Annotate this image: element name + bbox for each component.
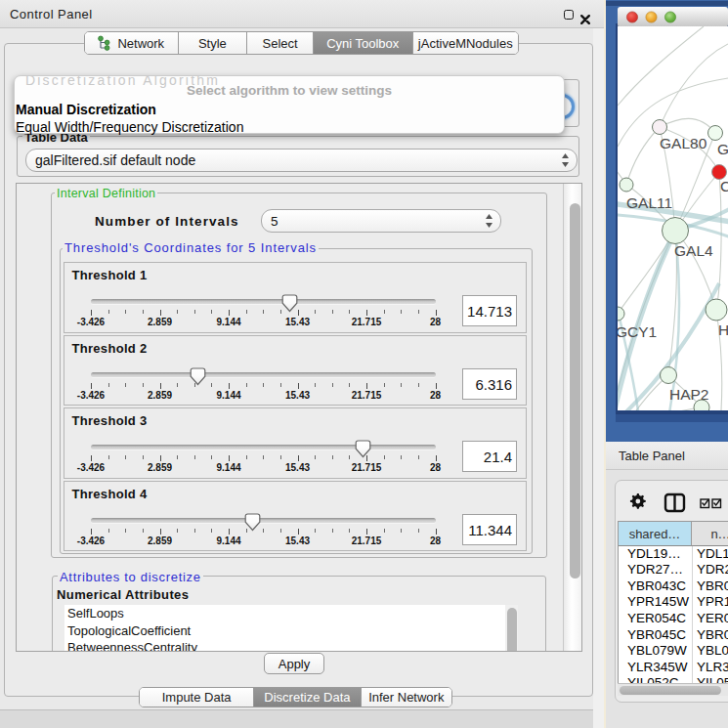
svg-text:GAL11: GAL11 (626, 194, 672, 211)
svg-text:GCY1: GCY1 (616, 323, 657, 340)
svg-text:H: H (718, 321, 728, 338)
svg-text:G…: G… (717, 141, 728, 157)
svg-text:C: C (720, 178, 728, 194)
svg-text:HAP2: HAP2 (669, 386, 709, 403)
svg-text:GAL4: GAL4 (674, 242, 713, 259)
svg-text:GAL80: GAL80 (660, 135, 707, 151)
